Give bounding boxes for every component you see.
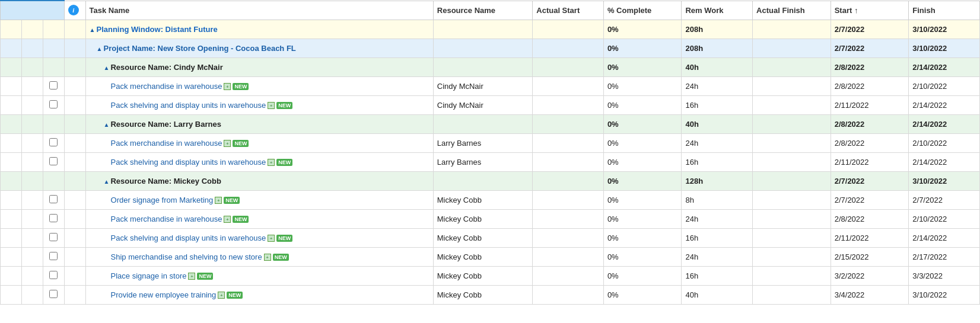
task-name-link[interactable]: Pack merchandise in warehouse <box>111 139 222 148</box>
header-rem-work[interactable]: Rem Work <box>682 1 753 20</box>
task-icon: + <box>268 235 275 242</box>
task-checkbox[interactable] <box>49 157 58 165</box>
start-cell: 2/11/2022 <box>831 152 909 171</box>
table-row: ▲Resource Name: Cindy McNair0%40h2/8/202… <box>1 57 980 76</box>
finish-cell: 3/10/2022 <box>909 39 980 57</box>
table-row: Pack merchandise in warehouse+NEWCindy M… <box>1 76 980 95</box>
rem-work-cell: 24h <box>682 209 753 228</box>
checkbox-cell3[interactable] <box>43 209 64 228</box>
task-checkbox[interactable] <box>49 81 58 89</box>
info-cell <box>64 209 85 228</box>
header-start[interactable]: Start ↑ <box>831 1 909 20</box>
rem-work-cell: 8h <box>682 190 753 209</box>
header-task-name[interactable]: Task Name <box>85 1 433 20</box>
finish-cell: 2/10/2022 <box>909 209 980 228</box>
resource-cell: Mickey Cobb <box>433 190 532 209</box>
start-cell: 2/7/2022 <box>831 171 909 190</box>
task-checkbox[interactable] <box>49 100 58 108</box>
finish-cell: 2/14/2022 <box>909 57 980 76</box>
actual-start-cell <box>533 95 604 114</box>
empty-cell1 <box>1 171 22 190</box>
new-badge: NEW <box>276 102 292 109</box>
rem-work-cell: 24h <box>682 76 753 95</box>
table-row: Pack merchandise in warehouse+NEWLarry B… <box>1 133 980 152</box>
header-actual-finish[interactable]: Actual Finish <box>753 1 831 20</box>
task-checkbox[interactable] <box>49 138 58 146</box>
task-checkbox[interactable] <box>49 271 58 279</box>
task-name-cell: Place signage in store+NEW <box>85 266 433 285</box>
task-name-link[interactable]: Order signage from Marketing <box>111 196 214 204</box>
rem-work-cell: 24h <box>682 247 753 266</box>
task-name-link[interactable]: Planning Window: Distant Future <box>96 25 217 34</box>
checkbox-cell3[interactable] <box>43 228 64 247</box>
task-name-link[interactable]: Pack shelving and display units in wareh… <box>111 158 266 167</box>
checkbox-cell3[interactable] <box>43 152 64 171</box>
empty-cell2 <box>21 39 43 57</box>
actual-start-cell <box>533 209 604 228</box>
actual-finish-cell <box>753 247 831 266</box>
actual-start-cell <box>533 171 604 190</box>
table-row: Place signage in store+NEWMickey Cobb0%1… <box>1 266 980 285</box>
task-checkbox[interactable] <box>49 233 58 241</box>
actual-finish-cell <box>753 266 831 285</box>
header-resource-name[interactable]: Resource Name <box>433 1 532 20</box>
task-name-cell: Pack merchandise in warehouse+NEW <box>85 133 433 152</box>
task-icon: + <box>215 197 222 204</box>
expand-icon: ▲ <box>104 65 110 71</box>
start-cell: 2/8/2022 <box>831 133 909 152</box>
new-badge: NEW <box>197 273 213 280</box>
pct-complete-cell: 0% <box>603 20 682 39</box>
start-cell: 2/8/2022 <box>831 114 909 133</box>
table-row: Pack shelving and display units in wareh… <box>1 228 980 247</box>
task-checkbox[interactable] <box>49 214 58 222</box>
start-cell: 2/11/2022 <box>831 228 909 247</box>
finish-cell: 3/10/2022 <box>909 171 980 190</box>
task-checkbox[interactable] <box>49 195 58 203</box>
checkbox-cell3[interactable] <box>43 285 64 304</box>
task-name-link[interactable]: Provide new employee training <box>111 290 217 299</box>
resource-cell: Cindy McNair <box>433 76 532 95</box>
task-icon: + <box>224 140 231 147</box>
task-name-link[interactable]: Ship merchandise and shelving to new sto… <box>111 252 262 261</box>
table-row: Ship merchandise and shelving to new sto… <box>1 247 980 266</box>
task-checkbox[interactable] <box>49 290 58 298</box>
checkbox-cell3[interactable] <box>43 247 64 266</box>
finish-cell: 2/14/2022 <box>909 114 980 133</box>
rem-work-cell: 24h <box>682 133 753 152</box>
task-name-link[interactable]: Pack shelving and display units in wareh… <box>111 101 266 110</box>
task-name-link[interactable]: Pack shelving and display units in wareh… <box>111 234 266 242</box>
pct-complete-cell: 0% <box>603 171 682 190</box>
header-check3 <box>43 1 64 20</box>
rem-work-cell: 16h <box>682 228 753 247</box>
info-cell <box>64 285 85 304</box>
actual-finish-cell <box>753 171 831 190</box>
resource-cell: Mickey Cobb <box>433 285 532 304</box>
checkbox-cell3[interactable] <box>43 95 64 114</box>
task-name-cell: Pack shelving and display units in wareh… <box>85 95 433 114</box>
task-name-link[interactable]: Pack merchandise in warehouse <box>111 215 222 223</box>
task-checkbox[interactable] <box>49 252 58 260</box>
header-actual-start[interactable]: Actual Start <box>533 1 604 20</box>
expand-icon: ▲ <box>104 121 110 128</box>
header-pct-complete[interactable]: % Complete <box>603 1 682 20</box>
task-name-text: Project Name: New Store Opening - Cocoa … <box>103 44 295 53</box>
table-row: Pack shelving and display units in wareh… <box>1 152 980 171</box>
info-cell <box>64 266 85 285</box>
checkbox-cell2 <box>21 228 43 247</box>
task-name-link[interactable]: Place signage in store <box>111 271 187 280</box>
info-icon[interactable]: i <box>68 5 79 15</box>
new-badge: NEW <box>273 254 289 261</box>
info-cell <box>64 57 85 76</box>
resource-cell: Cindy McNair <box>433 95 532 114</box>
table-row: ▲Planning Window: Distant Future0%208h2/… <box>1 20 980 39</box>
new-badge: NEW <box>224 197 240 204</box>
task-icon: + <box>224 83 231 90</box>
checkbox-cell3[interactable] <box>43 76 64 95</box>
checkbox-cell3[interactable] <box>43 190 64 209</box>
task-name-link[interactable]: Pack merchandise in warehouse <box>111 82 222 91</box>
actual-start-cell <box>533 133 604 152</box>
empty-cell1 <box>1 39 22 57</box>
checkbox-cell3[interactable] <box>43 266 64 285</box>
header-finish[interactable]: Finish <box>909 1 980 20</box>
checkbox-cell3[interactable] <box>43 133 64 152</box>
